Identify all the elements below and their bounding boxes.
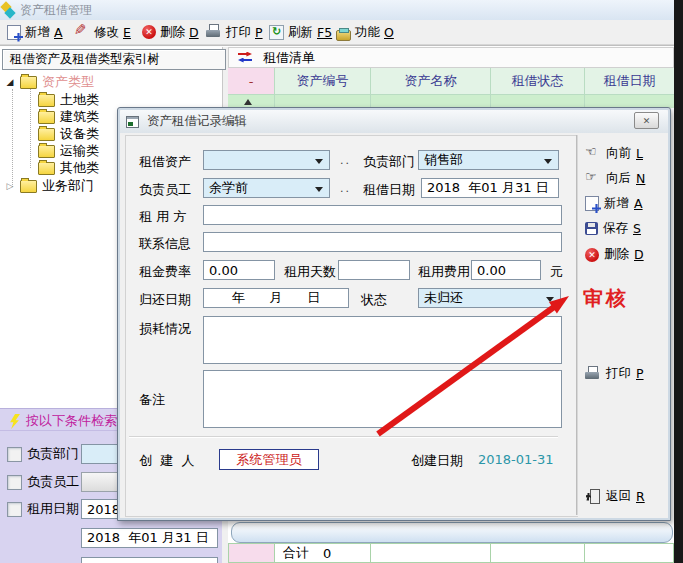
tree-guide-line — [30, 89, 31, 168]
tree-node-asset-type[interactable]: ◢ 资产类型 — [5, 73, 94, 91]
note-textarea[interactable] — [203, 370, 562, 428]
dept-checkbox[interactable] — [7, 447, 22, 462]
renter-label: 租 用 方 — [139, 208, 186, 226]
folder-icon — [38, 145, 55, 158]
lease-asset-browse-dots[interactable]: .. — [340, 154, 351, 167]
dialog-new-button[interactable]: 新增A — [585, 195, 643, 212]
lease-date-checkbox[interactable] — [7, 502, 22, 517]
current-row-marker — [244, 99, 252, 105]
lightning-icon — [9, 414, 20, 429]
days-field[interactable] — [338, 260, 410, 280]
column-header-asset-no[interactable]: 资产编号 — [275, 68, 371, 95]
tree-node-land[interactable]: 土地类 — [38, 91, 99, 109]
rate-field[interactable]: 0.00 — [203, 260, 275, 280]
dialog-delete-button[interactable]: 删除D — [585, 246, 644, 263]
column-header-lease-status[interactable]: 租借状态 — [491, 68, 585, 95]
dialog-divider — [129, 436, 558, 438]
employee-browse-dots[interactable]: .. — [340, 182, 351, 195]
edit-icon — [74, 24, 90, 40]
toolbar-function-button[interactable]: 功能O — [333, 22, 397, 42]
toolbar-new-button[interactable]: 新增A — [4, 22, 66, 42]
tree-node-building[interactable]: 建筑类 — [38, 108, 99, 126]
app-logo-icon — [0, 2, 16, 18]
dialog-titlebar[interactable]: 资产租借记录编辑 — [120, 110, 668, 133]
dialog-title: 资产租借记录编辑 — [147, 113, 247, 130]
fee-unit-label: 元 — [550, 263, 563, 281]
filter-field-partial[interactable] — [81, 557, 218, 563]
main-titlebar: 资产租借管理 — [0, 0, 674, 21]
transfer-arrows-icon — [238, 52, 254, 64]
dialog-window-icon — [126, 116, 139, 128]
folder-icon — [38, 128, 55, 141]
employee-checkbox[interactable] — [7, 475, 22, 490]
folder-icon — [20, 180, 37, 193]
total-value: 0 — [323, 546, 331, 561]
contact-field[interactable] — [203, 232, 562, 252]
days-label: 租用天数 — [284, 263, 336, 281]
function-icon — [336, 30, 351, 41]
dialog-forward-button[interactable]: 向前L — [585, 145, 643, 162]
status-label: 状态 — [361, 291, 387, 309]
return-icon — [585, 489, 601, 505]
folder-icon — [38, 111, 55, 124]
return-date-label: 归还日期 — [139, 291, 191, 309]
column-header-lease-date[interactable]: 租借日期 — [585, 68, 674, 95]
filter-row-lease-date: 租用日期 — [7, 500, 79, 518]
lease-list-title: 租借清单 — [263, 49, 315, 67]
dialog-save-button[interactable]: 保存S — [585, 220, 641, 237]
dialog-close-button[interactable] — [634, 112, 659, 129]
total-row: 合计 0 — [228, 543, 674, 563]
new-icon — [585, 196, 599, 211]
new-icon — [7, 25, 21, 40]
folder-icon — [38, 94, 55, 107]
toolbar-print-button[interactable]: 打印P — [203, 22, 266, 42]
dialog-side-panel: 向前L 向后N 新增A 保存S 删除D 审核 打印P — [577, 135, 669, 515]
filter-row-dept: 负责部门 — [7, 445, 79, 463]
wear-label: 损耗情况 — [139, 320, 191, 338]
tree-panel-header: 租借资产及租借类型索引树 — [2, 49, 226, 70]
column-header-asset-name[interactable]: 资产名称 — [371, 68, 491, 95]
dialog-print-button[interactable]: 打印P — [585, 365, 644, 382]
wear-textarea[interactable] — [203, 316, 562, 364]
dept-combo[interactable]: 销售部 — [418, 150, 559, 170]
horizontal-scrollbar[interactable] — [231, 522, 673, 543]
lease-date-filter-field-end[interactable]: 2018 年01 月31 日 — [81, 528, 218, 548]
refresh-icon — [269, 25, 284, 40]
hand-left-icon — [585, 146, 601, 162]
tree-node-business-dept[interactable]: ▷ 业务部门 — [5, 177, 94, 195]
tree-node-other[interactable]: 其他类 — [38, 159, 99, 177]
fee-label: 租用费用 — [418, 263, 470, 281]
creator-button[interactable]: 系统管理员 — [219, 449, 319, 470]
folder-icon — [38, 162, 55, 175]
tree-node-equipment[interactable]: 设备类 — [38, 125, 99, 143]
lease-asset-combo[interactable] — [203, 150, 330, 170]
toolbar-refresh-button[interactable]: 刷新F5 — [266, 22, 335, 42]
employee-combo[interactable]: 余学前 — [203, 178, 330, 198]
lease-date-label: 租借日期 — [363, 181, 415, 199]
tree-guide-line — [12, 89, 13, 187]
main-toolbar: 新增A 修改E 删除D 打印P 刷新F5 功能O — [0, 20, 674, 44]
dialog-return-button[interactable]: 返回R — [585, 488, 645, 505]
delete-icon — [585, 248, 599, 262]
lease-record-edit-dialog: 资产租借记录编辑 租借资产 .. 负责部门 销售部 负责员工 余学前 .. 租借… — [117, 107, 671, 521]
toolbar-delete-button[interactable]: 删除D — [139, 22, 202, 42]
tree-node-transport[interactable]: 运输类 — [38, 142, 99, 160]
expanded-triangle-icon[interactable]: ◢ — [5, 77, 15, 87]
asset-rental-app-window: 资产租借管理 新增A 修改E 删除D 打印P 刷新F5 功能O — [0, 0, 683, 563]
audit-text: 审核 — [583, 285, 629, 312]
lease-list-titlebar: 租借清单 — [228, 47, 674, 68]
dialog-next-button[interactable]: 向后N — [585, 170, 645, 187]
window-title: 资产租借管理 — [20, 2, 92, 19]
delete-icon — [142, 25, 156, 39]
dept-label: 负责部门 — [363, 153, 415, 171]
collapsed-triangle-icon[interactable]: ▷ — [5, 181, 15, 191]
column-header-marker[interactable]: - — [228, 68, 275, 95]
lease-asset-label: 租借资产 — [139, 153, 191, 171]
contact-label: 联系信息 — [139, 235, 191, 253]
return-date-field[interactable]: 年 月 日 — [203, 288, 349, 308]
fee-field[interactable]: 0.00 — [471, 260, 541, 280]
renter-field[interactable] — [203, 205, 562, 225]
status-combo[interactable]: 未归还 — [418, 288, 561, 308]
toolbar-edit-button[interactable]: 修改E — [71, 22, 134, 42]
lease-date-field[interactable]: 2018 年01 月31 日 — [421, 178, 559, 198]
